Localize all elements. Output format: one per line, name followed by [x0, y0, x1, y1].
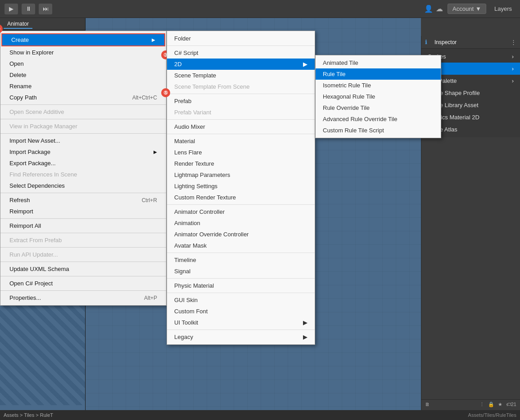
sub-sep-5 [167, 204, 315, 205]
pause-button[interactable]: ⏸ [22, 4, 35, 14]
open-csharp-item[interactable]: Open C# Project [0, 278, 166, 289]
create-arrow-icon: ▶ [152, 37, 155, 42]
audio-mixer-item[interactable]: Audio Mixer [167, 121, 315, 132]
status-bar: Assets > Tiles > RuleT Assets/Tiles/Rule… [0, 410, 520, 420]
rule-override-tile-item[interactable]: Rule Override Tile [316, 102, 441, 113]
custom-rule-tile-item[interactable]: Custom Rule Tile Script [316, 125, 441, 136]
play-icon: ▶ [9, 5, 14, 12]
breadcrumb: Assets > Tiles > RuleT [4, 412, 53, 418]
create-submenu-wrapper: ③ Folder C# Script 2D ▶ Scene Template S… [167, 31, 315, 345]
signal-item[interactable]: Signal [167, 266, 315, 277]
badge-5: ⑤ [161, 88, 170, 97]
cloud-icons: 👤 ☁ [424, 5, 443, 13]
animator-tab[interactable]: Animator [4, 20, 32, 29]
twod-item[interactable]: 2D ▶ [167, 59, 315, 70]
import-new-asset-item[interactable]: Import New Asset... [0, 135, 166, 146]
isometric-rule-tile-item[interactable]: Isometric Rule Tile [316, 80, 441, 91]
sub-sep-1 [167, 45, 315, 46]
properties-shortcut: Alt+P [144, 295, 157, 301]
scene-template-item[interactable]: Scene Template [167, 70, 315, 81]
update-uxml-item[interactable]: Update UXML Schema [0, 263, 166, 275]
copy-path-item[interactable]: Copy Path Alt+Ctrl+C [0, 92, 166, 103]
sub-sep-9 [167, 330, 315, 330]
menus-container: ② Create ▶ Show in Explorer Open Delete … [0, 31, 315, 345]
render-texture-item[interactable]: Render Texture [167, 158, 315, 169]
view-in-package-manager-item: View in Package Manager [0, 121, 166, 132]
reimport-all-item[interactable]: Reimport All [0, 220, 166, 231]
create-menu-item[interactable]: Create ▶ [1, 33, 165, 46]
legacy-arrow-icon: ▶ [303, 334, 307, 340]
refresh-shortcut: Ctrl+R [142, 197, 157, 203]
ui-toolkit-arrow-icon: ▶ [303, 319, 307, 326]
primary-context-menu: Create ▶ Show in Explorer Open Delete Re… [0, 31, 167, 306]
run-api-updater-item: Run API Updater... [0, 249, 166, 260]
material-item[interactable]: Material [167, 135, 315, 147]
sub-sep-8 [167, 293, 315, 293]
account-dropdown-icon: ▼ [475, 5, 481, 12]
avatar-mask-item[interactable]: Avatar Mask [167, 240, 315, 251]
chevron-right-icon-tiles: › [512, 65, 514, 72]
separator-4 [0, 193, 166, 193]
animated-tile-item[interactable]: Animated Tile [316, 57, 441, 68]
inspector-tab[interactable]: Inspector [431, 38, 460, 46]
twod-arrow-icon: ▶ [303, 61, 307, 68]
twod-submenu: Animated Tile Rule Tile Isometric Rule T… [315, 55, 441, 138]
star-icon[interactable]: ★ [498, 402, 502, 407]
refresh-item[interactable]: Refresh Ctrl+R [0, 194, 166, 206]
play-button[interactable]: ▶ [5, 4, 18, 14]
step-button[interactable]: ⏭ [39, 4, 52, 14]
physic-material-item[interactable]: Physic Material [167, 280, 315, 291]
csharp-item[interactable]: C# Script [167, 47, 315, 59]
separator-9 [0, 276, 166, 276]
tag-count: 🏷21 [506, 402, 516, 407]
playback-controls: ▶ ⏸ ⏭ [5, 4, 52, 14]
prefab-item[interactable]: Prefab [167, 95, 315, 107]
separator-8 [0, 262, 166, 262]
scene-template-from-scene-item: Scene Template From Scene [167, 81, 315, 92]
advanced-rule-override-item[interactable]: Advanced Rule Override Tile [316, 113, 441, 125]
lightmap-params-item[interactable]: Lightmap Parameters [167, 169, 315, 181]
custom-render-texture-item[interactable]: Custom Render Texture [167, 192, 315, 203]
timeline-item[interactable]: Timeline [167, 254, 315, 266]
ui-toolkit-item[interactable]: UI Toolkit ▶ [167, 317, 315, 328]
chevron-right-icon-palette: › [512, 77, 514, 84]
step-icon: ⏭ [43, 5, 49, 12]
top-toolbar: ▶ ⏸ ⏭ 👤 ☁ Account ▼ Layers [0, 0, 520, 18]
open-scene-additive-item: Open Scene Additive [0, 106, 166, 117]
properties-item[interactable]: Properties... Alt+P [0, 292, 166, 303]
lens-flare-item[interactable]: Lens Flare [167, 147, 315, 158]
three-dots-icon[interactable]: ⋮ [511, 39, 516, 45]
delete-item[interactable]: Delete [0, 69, 166, 81]
animator-override-item[interactable]: Animator Override Controller [167, 229, 315, 240]
import-package-item[interactable]: Import Package ▶ [0, 146, 166, 158]
animator-controller-item[interactable]: Animator Controller [167, 206, 315, 217]
sub-sep-7 [167, 278, 315, 279]
account-label: Account [452, 5, 474, 12]
legacy-item[interactable]: Legacy ▶ [167, 331, 315, 343]
rule-tile-item[interactable]: Rule Tile [316, 68, 441, 80]
hexagonal-rule-tile-item[interactable]: Hexagonal Rule Tile [316, 91, 441, 102]
gui-skin-item[interactable]: GUI Skin [167, 294, 315, 306]
lighting-settings-item[interactable]: Lighting Settings [167, 181, 315, 192]
show-in-explorer-item[interactable]: Show in Explorer [0, 47, 166, 58]
sub-sep-4 [167, 134, 315, 134]
layers-button[interactable]: Layers [491, 4, 515, 14]
select-dependencies-item[interactable]: Select Dependencies [0, 180, 166, 191]
pause-icon: ⏸ [26, 5, 32, 12]
more-icon[interactable]: ⋮ [479, 402, 484, 407]
account-button[interactable]: Account ▼ [448, 4, 486, 14]
folder-item[interactable]: Folder [167, 33, 315, 44]
import-package-arrow-icon: ▶ [154, 149, 157, 154]
export-package-item[interactable]: Export Package... [0, 158, 166, 169]
separator-3 [0, 133, 166, 134]
create-submenu: Folder C# Script 2D ▶ Scene Template Sce… [167, 31, 315, 345]
separator-10 [0, 290, 166, 291]
toolbar-right: 👤 ☁ Account ▼ Layers [424, 4, 515, 14]
doc-icon: 🗎 [425, 402, 430, 407]
custom-font-item[interactable]: Custom Font [167, 306, 315, 317]
rename-item[interactable]: Rename [0, 81, 166, 92]
left-panel-tab-bar: Animator [0, 18, 85, 31]
open-item[interactable]: Open [0, 58, 166, 69]
reimport-item[interactable]: Reimport [0, 206, 166, 217]
animation-item[interactable]: Animation [167, 217, 315, 229]
